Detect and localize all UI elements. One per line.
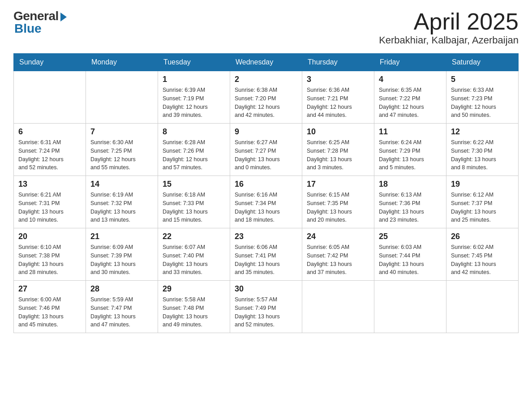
calendar-cell: 9Sunrise: 6:27 AM Sunset: 7:27 PM Daylig… bbox=[230, 124, 302, 176]
calendar-cell: 14Sunrise: 6:19 AM Sunset: 7:32 PM Dayli… bbox=[86, 176, 158, 228]
day-number: 19 bbox=[451, 180, 514, 189]
calendar-cell: 19Sunrise: 6:12 AM Sunset: 7:37 PM Dayli… bbox=[446, 176, 519, 228]
day-info: Sunrise: 6:25 AM Sunset: 7:28 PM Dayligh… bbox=[307, 138, 369, 172]
calendar-cell: 6Sunrise: 6:31 AM Sunset: 7:24 PM Daylig… bbox=[14, 124, 86, 176]
day-number: 21 bbox=[90, 232, 153, 241]
day-number: 16 bbox=[235, 180, 297, 189]
day-number: 22 bbox=[163, 232, 225, 241]
calendar-cell: 27Sunrise: 6:00 AM Sunset: 7:46 PM Dayli… bbox=[14, 281, 86, 333]
day-number: 26 bbox=[451, 232, 514, 241]
day-number: 6 bbox=[18, 127, 81, 137]
weekday-header-wednesday: Wednesday bbox=[230, 54, 302, 71]
day-info: Sunrise: 6:13 AM Sunset: 7:36 PM Dayligh… bbox=[379, 191, 442, 224]
day-number: 7 bbox=[90, 127, 153, 137]
calendar-cell: 15Sunrise: 6:18 AM Sunset: 7:33 PM Dayli… bbox=[158, 176, 230, 228]
calendar-header-row: SundayMondayTuesdayWednesdayThursdayFrid… bbox=[14, 54, 519, 71]
calendar-cell: 30Sunrise: 5:57 AM Sunset: 7:49 PM Dayli… bbox=[230, 281, 302, 333]
day-info: Sunrise: 6:00 AM Sunset: 7:46 PM Dayligh… bbox=[18, 295, 81, 329]
day-info: Sunrise: 6:36 AM Sunset: 7:21 PM Dayligh… bbox=[307, 86, 369, 120]
day-number: 18 bbox=[379, 180, 442, 189]
day-number: 9 bbox=[235, 127, 297, 137]
calendar-week-row: 1Sunrise: 6:39 AM Sunset: 7:19 PM Daylig… bbox=[14, 71, 519, 124]
weekday-header-thursday: Thursday bbox=[302, 54, 374, 71]
calendar-cell: 25Sunrise: 6:03 AM Sunset: 7:44 PM Dayli… bbox=[374, 228, 446, 281]
day-number: 8 bbox=[163, 127, 225, 137]
weekday-header-tuesday: Tuesday bbox=[158, 54, 230, 71]
day-info: Sunrise: 6:39 AM Sunset: 7:19 PM Dayligh… bbox=[163, 86, 225, 120]
calendar-cell: 29Sunrise: 5:58 AM Sunset: 7:48 PM Dayli… bbox=[158, 281, 230, 333]
day-info: Sunrise: 5:59 AM Sunset: 7:47 PM Dayligh… bbox=[90, 295, 153, 329]
calendar-cell: 2Sunrise: 6:38 AM Sunset: 7:20 PM Daylig… bbox=[230, 71, 302, 124]
day-number: 27 bbox=[18, 284, 81, 294]
day-info: Sunrise: 6:15 AM Sunset: 7:35 PM Dayligh… bbox=[307, 191, 369, 224]
day-info: Sunrise: 6:22 AM Sunset: 7:30 PM Dayligh… bbox=[451, 138, 514, 172]
day-info: Sunrise: 6:27 AM Sunset: 7:27 PM Dayligh… bbox=[235, 138, 297, 172]
day-number: 3 bbox=[307, 75, 369, 84]
calendar-cell bbox=[374, 281, 446, 333]
day-info: Sunrise: 6:09 AM Sunset: 7:39 PM Dayligh… bbox=[90, 243, 153, 277]
title-section: April 2025 Kerbakhiar, Kalbajar, Azerbai… bbox=[379, 9, 519, 46]
day-number: 24 bbox=[307, 232, 369, 241]
calendar-cell: 12Sunrise: 6:22 AM Sunset: 7:30 PM Dayli… bbox=[446, 124, 519, 176]
day-number: 13 bbox=[18, 180, 81, 189]
day-info: Sunrise: 6:07 AM Sunset: 7:40 PM Dayligh… bbox=[163, 243, 225, 277]
calendar-cell: 11Sunrise: 6:24 AM Sunset: 7:29 PM Dayli… bbox=[374, 124, 446, 176]
calendar-cell: 7Sunrise: 6:30 AM Sunset: 7:25 PM Daylig… bbox=[86, 124, 158, 176]
day-info: Sunrise: 6:35 AM Sunset: 7:22 PM Dayligh… bbox=[379, 86, 442, 120]
day-info: Sunrise: 6:31 AM Sunset: 7:24 PM Dayligh… bbox=[18, 138, 81, 172]
calendar-cell bbox=[86, 71, 158, 124]
calendar-cell: 5Sunrise: 6:33 AM Sunset: 7:23 PM Daylig… bbox=[446, 71, 519, 124]
calendar-cell: 13Sunrise: 6:21 AM Sunset: 7:31 PM Dayli… bbox=[14, 176, 86, 228]
day-number: 1 bbox=[163, 75, 225, 84]
day-info: Sunrise: 6:06 AM Sunset: 7:41 PM Dayligh… bbox=[235, 243, 297, 277]
page-header: General Blue April 2025 Kerbakhiar, Kalb… bbox=[13, 9, 519, 46]
weekday-header-saturday: Saturday bbox=[446, 54, 519, 71]
day-info: Sunrise: 6:33 AM Sunset: 7:23 PM Dayligh… bbox=[451, 86, 514, 120]
calendar-cell: 10Sunrise: 6:25 AM Sunset: 7:28 PM Dayli… bbox=[302, 124, 374, 176]
weekday-header-friday: Friday bbox=[374, 54, 446, 71]
day-info: Sunrise: 6:18 AM Sunset: 7:33 PM Dayligh… bbox=[163, 191, 225, 224]
calendar-cell bbox=[14, 71, 86, 124]
day-info: Sunrise: 6:12 AM Sunset: 7:37 PM Dayligh… bbox=[451, 191, 514, 224]
day-info: Sunrise: 6:30 AM Sunset: 7:25 PM Dayligh… bbox=[90, 138, 153, 172]
calendar-table: SundayMondayTuesdayWednesdayThursdayFrid… bbox=[13, 53, 519, 333]
month-title: April 2025 bbox=[379, 9, 519, 34]
logo-arrow-icon bbox=[60, 13, 67, 21]
logo-blue-text: Blue bbox=[14, 21, 42, 36]
day-number: 11 bbox=[379, 127, 442, 137]
calendar-cell: 23Sunrise: 6:06 AM Sunset: 7:41 PM Dayli… bbox=[230, 228, 302, 281]
day-number: 10 bbox=[307, 127, 369, 137]
calendar-cell: 3Sunrise: 6:36 AM Sunset: 7:21 PM Daylig… bbox=[302, 71, 374, 124]
day-number: 23 bbox=[235, 232, 297, 241]
calendar-cell: 26Sunrise: 6:02 AM Sunset: 7:45 PM Dayli… bbox=[446, 228, 519, 281]
calendar-cell: 20Sunrise: 6:10 AM Sunset: 7:38 PM Dayli… bbox=[14, 228, 86, 281]
calendar-cell: 16Sunrise: 6:16 AM Sunset: 7:34 PM Dayli… bbox=[230, 176, 302, 228]
day-number: 15 bbox=[163, 180, 225, 189]
day-number: 4 bbox=[379, 75, 442, 84]
day-number: 30 bbox=[235, 284, 297, 294]
weekday-header-monday: Monday bbox=[86, 54, 158, 71]
day-info: Sunrise: 6:38 AM Sunset: 7:20 PM Dayligh… bbox=[235, 86, 297, 120]
day-info: Sunrise: 5:58 AM Sunset: 7:48 PM Dayligh… bbox=[163, 295, 225, 329]
day-number: 17 bbox=[307, 180, 369, 189]
day-number: 20 bbox=[18, 232, 81, 241]
day-info: Sunrise: 6:24 AM Sunset: 7:29 PM Dayligh… bbox=[379, 138, 442, 172]
day-info: Sunrise: 6:19 AM Sunset: 7:32 PM Dayligh… bbox=[90, 191, 153, 224]
calendar-cell bbox=[302, 281, 374, 333]
logo: General Blue bbox=[13, 9, 67, 36]
calendar-cell: 21Sunrise: 6:09 AM Sunset: 7:39 PM Dayli… bbox=[86, 228, 158, 281]
day-info: Sunrise: 6:10 AM Sunset: 7:38 PM Dayligh… bbox=[18, 243, 81, 277]
day-number: 29 bbox=[163, 284, 225, 294]
day-number: 12 bbox=[451, 127, 514, 137]
location-title: Kerbakhiar, Kalbajar, Azerbaijan bbox=[379, 34, 519, 46]
calendar-week-row: 6Sunrise: 6:31 AM Sunset: 7:24 PM Daylig… bbox=[14, 124, 519, 176]
calendar-cell: 4Sunrise: 6:35 AM Sunset: 7:22 PM Daylig… bbox=[374, 71, 446, 124]
calendar-week-row: 27Sunrise: 6:00 AM Sunset: 7:46 PM Dayli… bbox=[14, 281, 519, 333]
day-number: 14 bbox=[90, 180, 153, 189]
day-number: 25 bbox=[379, 232, 442, 241]
calendar-cell: 24Sunrise: 6:05 AM Sunset: 7:42 PM Dayli… bbox=[302, 228, 374, 281]
day-info: Sunrise: 6:28 AM Sunset: 7:26 PM Dayligh… bbox=[163, 138, 225, 172]
calendar-cell: 18Sunrise: 6:13 AM Sunset: 7:36 PM Dayli… bbox=[374, 176, 446, 228]
calendar-cell: 17Sunrise: 6:15 AM Sunset: 7:35 PM Dayli… bbox=[302, 176, 374, 228]
calendar-cell: 22Sunrise: 6:07 AM Sunset: 7:40 PM Dayli… bbox=[158, 228, 230, 281]
